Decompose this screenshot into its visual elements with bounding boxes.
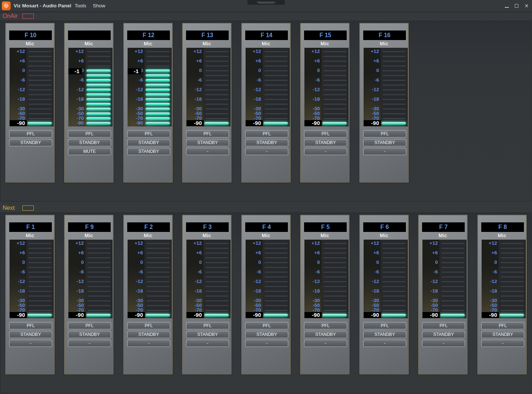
channel-button-standby[interactable]: STANDBY: [127, 148, 170, 155]
channel-button-mute[interactable]: MUTE: [68, 148, 111, 155]
channel-strip: F 1 Mic +12+60-6-12-18-30-50-70-90-90 PF…: [5, 215, 55, 375]
meter-bar-active: [86, 122, 111, 125]
channel-button-[interactable]: -: [304, 148, 347, 155]
menu-tools[interactable]: Tools: [75, 0, 86, 12]
meter-tick-label: -90: [128, 120, 143, 126]
window-drag-handle[interactable]: [247, 0, 285, 5]
channel-button-standby[interactable]: STANDBY: [481, 331, 524, 338]
peak-value: -90: [68, 312, 86, 318]
channel-button-standby[interactable]: STANDBY: [363, 331, 406, 338]
meter-tick-label: -18: [364, 96, 379, 103]
channel-button-pfl[interactable]: PFL: [422, 322, 465, 329]
meter-segment: [383, 75, 406, 76]
menu-show[interactable]: Show: [93, 0, 106, 12]
channel-strip: F 13 Mic +12+60-6-12-18-30-50-70-90-90 P…: [182, 23, 232, 183]
meter-segment: [29, 267, 51, 268]
channel-button-pfl[interactable]: PFL: [186, 130, 229, 137]
channel-button-pfl[interactable]: PFL: [363, 322, 406, 329]
meter-segment: [265, 296, 288, 297]
meter-segment: [324, 75, 346, 76]
channel-button-[interactable]: -: [127, 340, 170, 347]
channel-button-pfl[interactable]: PFL: [68, 130, 111, 137]
channel-type-label: Mic: [360, 41, 408, 47]
meter-tick-label: +12: [186, 48, 202, 55]
meter-segment: [442, 272, 464, 273]
channel-button-pfl[interactable]: PFL: [245, 130, 288, 137]
channel-button-standby[interactable]: STANDBY: [304, 331, 347, 338]
channel-button-[interactable]: -: [68, 340, 111, 347]
meter-segment: [265, 262, 288, 263]
meter-segment: [88, 310, 110, 311]
meter-segment: [383, 65, 406, 67]
channel-button-[interactable]: -: [186, 340, 229, 347]
channel-button-[interactable]: -: [422, 340, 465, 347]
channel-button-pfl[interactable]: PFL: [363, 130, 406, 137]
meter-segment: [265, 99, 288, 100]
peak-value: -90: [186, 120, 204, 126]
channel-button-pfl[interactable]: PFL: [304, 130, 347, 137]
channel-button-pfl[interactable]: PFL: [127, 130, 170, 137]
channel-type-label: Mic: [124, 233, 172, 239]
channel-button-[interactable]: -: [186, 148, 229, 155]
channel-type-label: Mic: [478, 233, 526, 239]
channel-button-pfl[interactable]: PFL: [9, 322, 52, 329]
meter-segment: [29, 56, 51, 57]
channel-button-standby[interactable]: STANDBY: [304, 139, 347, 146]
channel-button-pfl[interactable]: PFL: [304, 322, 347, 329]
channel-button-pfl[interactable]: PFL: [481, 322, 524, 329]
channel-button-standby[interactable]: STANDBY: [245, 139, 288, 146]
meter-tick-label: -18: [246, 288, 261, 294]
channel-button-standby[interactable]: STANDBY: [68, 139, 111, 146]
meter-segment: [383, 85, 406, 86]
channel-button-[interactable]: -: [363, 148, 406, 155]
channel-button-standby[interactable]: STANDBY: [363, 139, 406, 146]
meter-segment: [324, 51, 346, 52]
channel-button-pfl[interactable]: PFL: [9, 130, 52, 137]
channel-button-standby[interactable]: STANDBY: [186, 139, 229, 146]
vu-meter: +12+60-6-12-18-30-50-70-90-90: [128, 240, 172, 318]
meter-tick-label: -6: [68, 269, 84, 275]
minimize-icon[interactable]: [504, 3, 509, 8]
meter-tick-label: -6: [68, 77, 84, 83]
channel-name: F 16: [363, 31, 406, 40]
meter-segment: [383, 310, 406, 311]
channel-button-[interactable]: -: [363, 340, 406, 347]
meter-tick-label: 0: [186, 259, 202, 266]
meter-tick-label: -6: [482, 269, 497, 275]
meter-tick-label: -6: [364, 269, 379, 275]
meter-segment: [29, 248, 51, 249]
channel-button-standby[interactable]: STANDBY: [422, 331, 465, 338]
channel-button-standby[interactable]: STANDBY: [127, 331, 170, 338]
channel-button-[interactable]: -: [245, 148, 288, 155]
channel-button-standby[interactable]: STANDBY: [186, 331, 229, 338]
meter-tick-label: +12: [10, 240, 25, 247]
meter-bar-active: [86, 103, 111, 105]
channel-button-standby[interactable]: STANDBY: [127, 139, 170, 146]
channel-button-pfl[interactable]: PFL: [186, 322, 229, 329]
channel-button-[interactable]: -: [9, 340, 52, 347]
meter-segment: [206, 281, 228, 282]
vu-meter: +12+60-6-12-18-30-50-70-90-90: [10, 240, 54, 318]
meter-segment: [324, 310, 346, 311]
channel-strip: F 16 Mic +12+60-6-12-18-30-50-70-90-90 P…: [359, 23, 409, 183]
channel-button-pfl[interactable]: PFL: [68, 322, 111, 329]
channel-button-[interactable]: -: [304, 340, 347, 347]
meter-segment: [383, 257, 406, 258]
meter-tick-label: -12: [246, 86, 261, 93]
channel-button-[interactable]: -: [245, 340, 288, 347]
meter-bar-active: [146, 122, 170, 125]
channel-button-standby[interactable]: STANDBY: [9, 139, 52, 146]
maximize-icon[interactable]: [514, 3, 519, 8]
meter-tick-label: +6: [128, 250, 143, 256]
meter-tick-label: -12: [10, 278, 25, 285]
channel-button-standby[interactable]: STANDBY: [68, 331, 111, 338]
channel-button-[interactable]: -: [481, 340, 524, 347]
close-icon[interactable]: ✕: [524, 3, 529, 8]
channel-button-pfl[interactable]: PFL: [245, 322, 288, 329]
meter-segment: [324, 56, 346, 57]
channel-button-standby[interactable]: STANDBY: [9, 331, 52, 338]
meter-segment: [442, 305, 464, 306]
meter-segment: [383, 99, 406, 100]
channel-button-standby[interactable]: STANDBY: [245, 331, 288, 338]
channel-button-pfl[interactable]: PFL: [127, 322, 170, 329]
